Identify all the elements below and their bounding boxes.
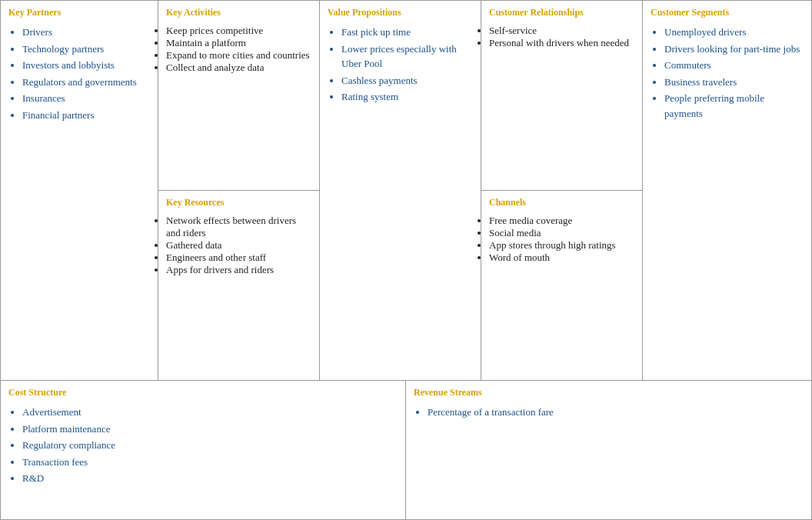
customer-segments-title: Customer Segments	[651, 7, 804, 18]
list-item: R&D	[22, 471, 398, 486]
list-item: Self-service	[489, 25, 634, 37]
list-item: Keep prices competitive	[166, 25, 311, 37]
list-item: Personal with drivers when needed	[489, 37, 634, 49]
key-activities-title: Key Activities	[166, 7, 311, 18]
list-item: App stores through high ratings	[489, 239, 634, 252]
revenue-streams-list: Percentage of a transaction fare	[414, 405, 804, 422]
key-resources-title: Key Resources	[166, 197, 311, 208]
value-propositions-cell: Value Propositions Fast pick up time Low…	[320, 1, 481, 380]
list-item: Social media	[489, 227, 634, 239]
customer-relationships-list: Self-service Personal with drivers when …	[489, 25, 634, 49]
list-item: Percentage of a transaction fare	[428, 405, 804, 420]
list-item: Technology partners	[22, 42, 150, 57]
customer-relationships-title: Customer Relationships	[489, 7, 634, 18]
revenue-streams-title: Revenue Streams	[414, 387, 804, 398]
list-item: Commuters	[664, 58, 804, 73]
key-activities-list: Keep prices competitive Maintain a platf…	[166, 25, 311, 74]
list-item: Regulatory compliance	[22, 438, 398, 453]
list-item: Fast pick up time	[341, 25, 473, 40]
cost-structure-title: Cost Structure	[8, 387, 398, 398]
key-partners-cell: Key Partners Drivers Technology partners…	[1, 1, 158, 380]
business-model-canvas: Key Partners Drivers Technology partners…	[0, 0, 812, 520]
bottom-section: Cost Structure Advertisement Platform ma…	[1, 381, 811, 519]
key-activities-wrapper: Key Activities Keep prices competitive M…	[158, 1, 320, 380]
cost-structure-list: Advertisement Platform maintenance Regul…	[8, 405, 398, 488]
list-item: Rating system	[341, 89, 473, 105]
channels-title: Channels	[489, 197, 634, 208]
list-item: Drivers	[22, 25, 150, 40]
list-item: Advertisement	[22, 405, 398, 420]
list-item: Collect and analyze data	[166, 62, 311, 74]
channels-list: Free media coverage Social media App sto…	[489, 215, 634, 264]
value-propositions-title: Value Propositions	[328, 7, 473, 18]
list-item: Word of mouth	[489, 252, 634, 264]
list-item: Transaction fees	[22, 455, 398, 470]
customer-rel-wrapper: Customer Relationships Self-service Pers…	[481, 1, 643, 380]
cost-structure-cell: Cost Structure Advertisement Platform ma…	[1, 381, 406, 519]
list-item: Maintain a platform	[166, 37, 311, 49]
list-item: Unemployed drivers	[664, 25, 804, 40]
list-item: Lower prices especially with Uber Pool	[341, 42, 473, 72]
list-item: Apps for drivers and riders	[166, 264, 311, 276]
list-item: Investors and lobbyists	[22, 58, 150, 73]
customer-segments-list: Unemployed drivers Drivers looking for p…	[651, 25, 804, 122]
list-item: Platform maintenance	[22, 422, 398, 437]
top-section: Key Partners Drivers Technology partners…	[1, 1, 811, 381]
customer-segments-cell: Customer Segments Unemployed drivers Dri…	[643, 1, 811, 380]
list-item: Network effects between drivers and ride…	[166, 215, 311, 239]
list-item: Free media coverage	[489, 215, 634, 227]
key-resources-list: Network effects between drivers and ride…	[166, 215, 311, 276]
customer-relationships-cell: Customer Relationships Self-service Pers…	[481, 1, 642, 191]
key-partners-title: Key Partners	[8, 7, 150, 18]
list-item: Cashless payments	[341, 73, 473, 88]
list-item: Drivers looking for part-time jobs	[664, 42, 804, 57]
channels-cell: Channels Free media coverage Social medi…	[481, 191, 642, 380]
list-item: Insurances	[22, 91, 150, 106]
revenue-streams-cell: Revenue Streams Percentage of a transact…	[406, 381, 811, 519]
key-partners-list: Drivers Technology partners Investors an…	[8, 25, 150, 124]
list-item: Engineers and other staff	[166, 252, 311, 264]
key-activities-cell: Key Activities Keep prices competitive M…	[158, 1, 319, 191]
list-item: Gathered data	[166, 239, 311, 252]
list-item: Financial partners	[22, 108, 150, 123]
key-resources-cell: Key Resources Network effects between dr…	[158, 191, 319, 380]
list-item: Regulators and governments	[22, 75, 150, 90]
list-item: Business travelers	[664, 75, 804, 90]
list-item: Expand to more cities and countries	[166, 49, 311, 62]
value-propositions-list: Fast pick up time Lower prices especiall…	[328, 25, 473, 106]
list-item: People preferring mobile payments	[664, 91, 804, 121]
